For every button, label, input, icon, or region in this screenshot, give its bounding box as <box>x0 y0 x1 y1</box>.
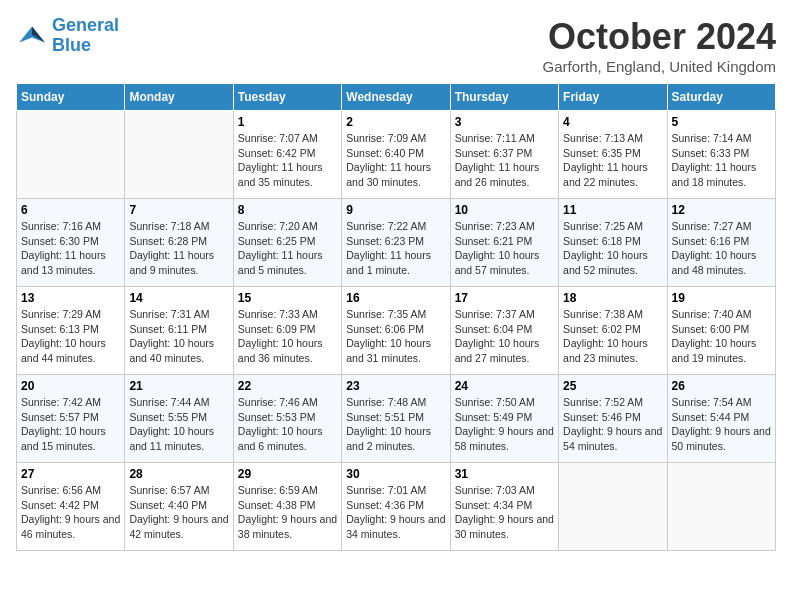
calendar-cell: 3Sunrise: 7:11 AMSunset: 6:37 PMDaylight… <box>450 111 558 199</box>
day-number: 4 <box>563 115 662 129</box>
weekday-header-wednesday: Wednesday <box>342 84 450 111</box>
day-detail: Sunrise: 7:50 AMSunset: 5:49 PMDaylight:… <box>455 395 554 454</box>
day-number: 29 <box>238 467 337 481</box>
logo: General Blue <box>16 16 119 56</box>
day-number: 19 <box>672 291 771 305</box>
calendar-week-row: 20Sunrise: 7:42 AMSunset: 5:57 PMDayligh… <box>17 375 776 463</box>
day-detail: Sunrise: 7:16 AMSunset: 6:30 PMDaylight:… <box>21 219 120 278</box>
day-detail: Sunrise: 7:54 AMSunset: 5:44 PMDaylight:… <box>672 395 771 454</box>
weekday-header-thursday: Thursday <box>450 84 558 111</box>
weekday-header-tuesday: Tuesday <box>233 84 341 111</box>
calendar-cell: 26Sunrise: 7:54 AMSunset: 5:44 PMDayligh… <box>667 375 775 463</box>
calendar-cell: 1Sunrise: 7:07 AMSunset: 6:42 PMDaylight… <box>233 111 341 199</box>
calendar-cell <box>667 463 775 551</box>
calendar-cell: 29Sunrise: 6:59 AMSunset: 4:38 PMDayligh… <box>233 463 341 551</box>
calendar-cell: 23Sunrise: 7:48 AMSunset: 5:51 PMDayligh… <box>342 375 450 463</box>
calendar-cell: 4Sunrise: 7:13 AMSunset: 6:35 PMDaylight… <box>559 111 667 199</box>
day-number: 16 <box>346 291 445 305</box>
calendar-cell: 5Sunrise: 7:14 AMSunset: 6:33 PMDaylight… <box>667 111 775 199</box>
calendar-week-row: 1Sunrise: 7:07 AMSunset: 6:42 PMDaylight… <box>17 111 776 199</box>
month-title: October 2024 <box>543 16 776 58</box>
day-number: 1 <box>238 115 337 129</box>
title-block: October 2024 Garforth, England, United K… <box>543 16 776 75</box>
calendar-cell: 11Sunrise: 7:25 AMSunset: 6:18 PMDayligh… <box>559 199 667 287</box>
calendar-cell: 19Sunrise: 7:40 AMSunset: 6:00 PMDayligh… <box>667 287 775 375</box>
calendar-cell: 6Sunrise: 7:16 AMSunset: 6:30 PMDaylight… <box>17 199 125 287</box>
day-number: 8 <box>238 203 337 217</box>
calendar-week-row: 13Sunrise: 7:29 AMSunset: 6:13 PMDayligh… <box>17 287 776 375</box>
calendar-cell: 15Sunrise: 7:33 AMSunset: 6:09 PMDayligh… <box>233 287 341 375</box>
calendar-cell: 31Sunrise: 7:03 AMSunset: 4:34 PMDayligh… <box>450 463 558 551</box>
day-detail: Sunrise: 7:33 AMSunset: 6:09 PMDaylight:… <box>238 307 337 366</box>
day-detail: Sunrise: 7:09 AMSunset: 6:40 PMDaylight:… <box>346 131 445 190</box>
day-detail: Sunrise: 6:57 AMSunset: 4:40 PMDaylight:… <box>129 483 228 542</box>
day-number: 22 <box>238 379 337 393</box>
calendar-table: SundayMondayTuesdayWednesdayThursdayFrid… <box>16 83 776 551</box>
day-number: 28 <box>129 467 228 481</box>
day-number: 23 <box>346 379 445 393</box>
day-detail: Sunrise: 7:38 AMSunset: 6:02 PMDaylight:… <box>563 307 662 366</box>
day-detail: Sunrise: 7:01 AMSunset: 4:36 PMDaylight:… <box>346 483 445 542</box>
day-detail: Sunrise: 7:14 AMSunset: 6:33 PMDaylight:… <box>672 131 771 190</box>
location: Garforth, England, United Kingdom <box>543 58 776 75</box>
day-number: 31 <box>455 467 554 481</box>
day-detail: Sunrise: 7:25 AMSunset: 6:18 PMDaylight:… <box>563 219 662 278</box>
calendar-header-row: SundayMondayTuesdayWednesdayThursdayFrid… <box>17 84 776 111</box>
day-number: 24 <box>455 379 554 393</box>
calendar-cell <box>17 111 125 199</box>
calendar-cell: 10Sunrise: 7:23 AMSunset: 6:21 PMDayligh… <box>450 199 558 287</box>
day-number: 18 <box>563 291 662 305</box>
day-number: 26 <box>672 379 771 393</box>
day-number: 21 <box>129 379 228 393</box>
day-detail: Sunrise: 7:27 AMSunset: 6:16 PMDaylight:… <box>672 219 771 278</box>
weekday-header-sunday: Sunday <box>17 84 125 111</box>
day-number: 7 <box>129 203 228 217</box>
day-number: 17 <box>455 291 554 305</box>
day-detail: Sunrise: 7:42 AMSunset: 5:57 PMDaylight:… <box>21 395 120 454</box>
day-number: 27 <box>21 467 120 481</box>
day-detail: Sunrise: 7:37 AMSunset: 6:04 PMDaylight:… <box>455 307 554 366</box>
day-number: 5 <box>672 115 771 129</box>
day-number: 11 <box>563 203 662 217</box>
day-number: 6 <box>21 203 120 217</box>
logo-icon <box>16 20 48 52</box>
day-detail: Sunrise: 6:56 AMSunset: 4:42 PMDaylight:… <box>21 483 120 542</box>
weekday-header-friday: Friday <box>559 84 667 111</box>
calendar-cell: 12Sunrise: 7:27 AMSunset: 6:16 PMDayligh… <box>667 199 775 287</box>
day-detail: Sunrise: 7:13 AMSunset: 6:35 PMDaylight:… <box>563 131 662 190</box>
day-number: 20 <box>21 379 120 393</box>
day-number: 10 <box>455 203 554 217</box>
calendar-cell: 24Sunrise: 7:50 AMSunset: 5:49 PMDayligh… <box>450 375 558 463</box>
calendar-week-row: 6Sunrise: 7:16 AMSunset: 6:30 PMDaylight… <box>17 199 776 287</box>
day-detail: Sunrise: 7:48 AMSunset: 5:51 PMDaylight:… <box>346 395 445 454</box>
calendar-cell: 22Sunrise: 7:46 AMSunset: 5:53 PMDayligh… <box>233 375 341 463</box>
calendar-cell: 25Sunrise: 7:52 AMSunset: 5:46 PMDayligh… <box>559 375 667 463</box>
day-number: 14 <box>129 291 228 305</box>
calendar-cell: 8Sunrise: 7:20 AMSunset: 6:25 PMDaylight… <box>233 199 341 287</box>
calendar-cell <box>559 463 667 551</box>
day-number: 25 <box>563 379 662 393</box>
calendar-cell: 28Sunrise: 6:57 AMSunset: 4:40 PMDayligh… <box>125 463 233 551</box>
calendar-cell: 13Sunrise: 7:29 AMSunset: 6:13 PMDayligh… <box>17 287 125 375</box>
day-detail: Sunrise: 7:23 AMSunset: 6:21 PMDaylight:… <box>455 219 554 278</box>
day-detail: Sunrise: 7:46 AMSunset: 5:53 PMDaylight:… <box>238 395 337 454</box>
weekday-header-monday: Monday <box>125 84 233 111</box>
day-detail: Sunrise: 7:11 AMSunset: 6:37 PMDaylight:… <box>455 131 554 190</box>
day-detail: Sunrise: 7:22 AMSunset: 6:23 PMDaylight:… <box>346 219 445 278</box>
calendar-cell <box>125 111 233 199</box>
calendar-cell: 16Sunrise: 7:35 AMSunset: 6:06 PMDayligh… <box>342 287 450 375</box>
calendar-cell: 2Sunrise: 7:09 AMSunset: 6:40 PMDaylight… <box>342 111 450 199</box>
calendar-cell: 18Sunrise: 7:38 AMSunset: 6:02 PMDayligh… <box>559 287 667 375</box>
day-number: 15 <box>238 291 337 305</box>
day-detail: Sunrise: 7:20 AMSunset: 6:25 PMDaylight:… <box>238 219 337 278</box>
day-detail: Sunrise: 6:59 AMSunset: 4:38 PMDaylight:… <box>238 483 337 542</box>
weekday-header-saturday: Saturday <box>667 84 775 111</box>
day-detail: Sunrise: 7:35 AMSunset: 6:06 PMDaylight:… <box>346 307 445 366</box>
calendar-cell: 21Sunrise: 7:44 AMSunset: 5:55 PMDayligh… <box>125 375 233 463</box>
day-detail: Sunrise: 7:03 AMSunset: 4:34 PMDaylight:… <box>455 483 554 542</box>
day-number: 13 <box>21 291 120 305</box>
calendar-cell: 20Sunrise: 7:42 AMSunset: 5:57 PMDayligh… <box>17 375 125 463</box>
calendar-cell: 14Sunrise: 7:31 AMSunset: 6:11 PMDayligh… <box>125 287 233 375</box>
day-detail: Sunrise: 7:07 AMSunset: 6:42 PMDaylight:… <box>238 131 337 190</box>
day-number: 12 <box>672 203 771 217</box>
